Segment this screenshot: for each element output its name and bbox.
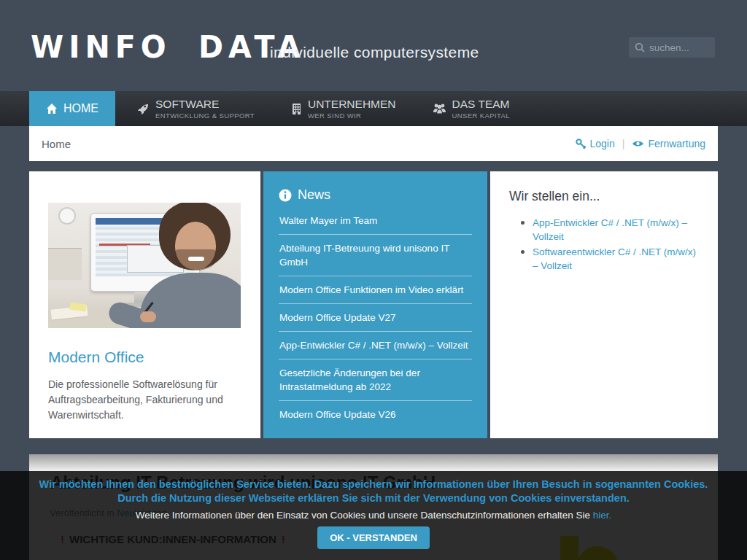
- site-tagline: individuelle computersysteme: [270, 44, 479, 61]
- main-navigation: HOME SOFTWARE ENTWICKLUNG & SUPPORT: [0, 91, 747, 126]
- rocket-icon: [137, 103, 150, 115]
- nav-tab-home[interactable]: HOME: [29, 91, 115, 126]
- cookie-accept-button[interactable]: OK - VERSTANDEN: [317, 526, 430, 549]
- photo-wall-clock: [58, 207, 76, 225]
- promo-description: Die professionelle Softwarelösung für Au…: [48, 377, 247, 423]
- news-title: News: [298, 187, 330, 203]
- news-item: Modern Office Funktionen im Video erklär…: [279, 276, 472, 303]
- news-panel: News Walter Mayer im Team Abteilung IT-B…: [263, 171, 487, 438]
- building-icon: [291, 103, 302, 115]
- job-item: App-Entwickler C# / .NET (m/w/x) – Vollz…: [533, 216, 699, 244]
- search-box[interactable]: [629, 37, 715, 58]
- site-header: WINFO DATA individuelle computersysteme: [0, 0, 747, 91]
- breadcrumb: Home: [42, 138, 71, 150]
- login-link[interactable]: Login: [576, 138, 615, 149]
- promo-card: Modern Office Die professionelle Softwar…: [29, 171, 260, 438]
- job-item: Softwareentwickler C# / .NET (m/w/x) – V…: [533, 245, 699, 273]
- news-item: App-Entwickler C# / .NET (m/w/x) – Vollz…: [279, 331, 472, 359]
- cookie-info-link[interactable]: hier.: [593, 510, 612, 521]
- promo-title-link[interactable]: Modern Office: [48, 349, 144, 366]
- info-circle-icon: [279, 189, 292, 202]
- news-item: Modern Office Update V26: [279, 400, 472, 428]
- nav-tab-unternehmen[interactable]: UNTERNEHMEN WER SIND WIR: [276, 91, 411, 126]
- nav-tab-software[interactable]: SOFTWARE ENTWICKLUNG & SUPPORT: [123, 91, 269, 126]
- news-item: Walter Mayer im Team: [279, 207, 472, 234]
- cookie-banner: Wir möchten Ihnen den bestmöglichen Serv…: [0, 471, 747, 560]
- jobs-list: App-Entwickler C# / .NET (m/w/x) – Vollz…: [509, 216, 699, 273]
- cookie-text-line1: Wir möchten Ihnen den bestmöglichen Serv…: [0, 478, 747, 490]
- news-item: Gesetzliche Änderungen bei der Intrastat…: [279, 359, 472, 400]
- news-item: Modern Office Update V27: [279, 303, 472, 331]
- link-separator: |: [622, 138, 625, 149]
- breadcrumb-bar: Home Login | Fernwartung: [29, 126, 718, 161]
- key-icon: [576, 139, 587, 149]
- jobs-title: Wir stellen ein...: [509, 189, 699, 204]
- cookie-text-line3: Weitere Informationen über den Einsatz v…: [0, 510, 747, 521]
- modern-office-photo[interactable]: [48, 203, 241, 328]
- news-header: News: [279, 187, 472, 203]
- fernwartung-link[interactable]: Fernwartung: [632, 138, 705, 149]
- home-icon: [46, 103, 58, 114]
- news-item: Abteilung IT-Betreuung wird unisono IT G…: [279, 234, 472, 276]
- site-logo: WINFO DATA: [31, 28, 306, 65]
- nav-tab-das-team[interactable]: DAS TEAM UNSER KAPITAL: [418, 91, 525, 126]
- team-icon: [433, 103, 446, 114]
- eye-icon: [632, 139, 644, 148]
- cookie-text-line2: Durch die Nutzung dieser Webseite erklär…: [0, 492, 747, 504]
- search-input[interactable]: [649, 42, 708, 53]
- jobs-panel: Wir stellen ein... App-Entwickler C# / .…: [490, 171, 718, 438]
- news-list: Walter Mayer im Team Abteilung IT-Betreu…: [279, 207, 472, 428]
- search-icon: [635, 42, 645, 52]
